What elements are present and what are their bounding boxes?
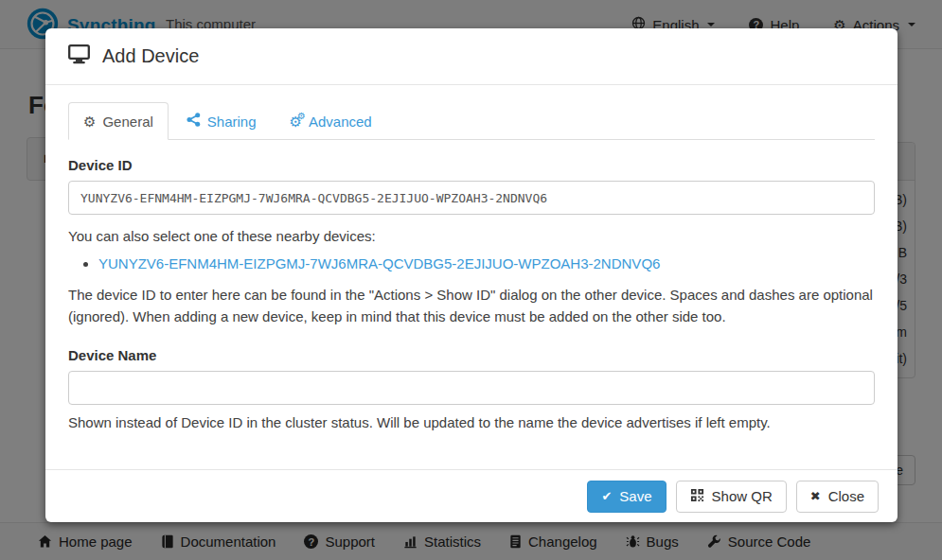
tab-label: Advanced <box>309 114 372 130</box>
gear-icon: ⚙ <box>83 114 96 129</box>
close-button[interactable]: ✖ Close <box>796 481 879 513</box>
tab-label: Sharing <box>207 114 257 130</box>
gears-icon: ⚙⚙ <box>290 114 302 129</box>
device-name-help-text: Shown instead of Device ID in the cluste… <box>68 414 875 430</box>
modal-header: Add Device <box>45 28 898 85</box>
save-button[interactable]: ✔ Save <box>587 481 666 513</box>
device-id-input[interactable] <box>68 181 875 215</box>
modal-title: Add Device <box>102 45 199 67</box>
modal-footer: ✔ Save Show QR ✖ Close <box>45 469 898 522</box>
check-icon: ✔ <box>601 490 612 502</box>
syncthing-app: Syncthing This computer English ? Help ⚙… <box>0 0 942 560</box>
nearby-devices-list: YUNYZV6-EFNM4HM-EIZPGMJ-7WJ6MRA-QCVDBG5-… <box>68 255 875 271</box>
device-id-help-text: The device ID to enter here can be found… <box>68 284 875 328</box>
modal-tabs: ⚙ General Sharing ⚙⚙ Advanced <box>68 102 875 140</box>
save-button-label: Save <box>619 488 651 504</box>
monitor-icon <box>68 44 90 68</box>
qr-code-icon <box>690 488 704 505</box>
show-qr-button[interactable]: Show QR <box>676 481 787 513</box>
tab-advanced[interactable]: ⚙⚙ Advanced <box>275 102 387 140</box>
nearby-devices-intro: You can also select one of these nearby … <box>68 228 875 244</box>
tab-sharing[interactable]: Sharing <box>171 102 272 140</box>
close-button-label: Close <box>828 488 864 504</box>
tab-general[interactable]: ⚙ General <box>68 102 169 140</box>
nearby-device-item: YUNYZV6-EFNM4HM-EIZPGMJ-7WJ6MRA-QCVDBG5-… <box>98 255 875 271</box>
close-icon: ✖ <box>810 490 821 502</box>
add-device-modal: Add Device ⚙ General Sharing ⚙⚙ Advanced <box>45 28 898 522</box>
device-name-input[interactable] <box>68 371 875 405</box>
tab-label: General <box>102 114 152 130</box>
device-id-label: Device ID <box>68 157 875 173</box>
show-qr-button-label: Show QR <box>712 488 773 504</box>
device-name-label: Device Name <box>68 347 875 363</box>
share-icon <box>187 113 201 130</box>
modal-body: ⚙ General Sharing ⚙⚙ Advanced Device ID … <box>45 85 898 430</box>
nearby-device-link[interactable]: YUNYZV6-EFNM4HM-EIZPGMJ-7WJ6MRA-QCVDBG5-… <box>98 255 660 271</box>
